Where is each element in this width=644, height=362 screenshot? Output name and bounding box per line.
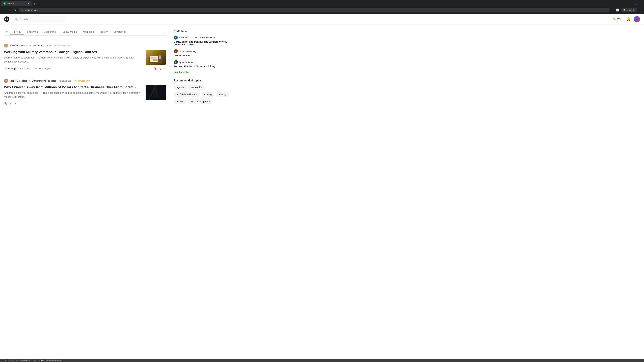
tab-close-button[interactable]: ✕ — [28, 2, 30, 5]
logo-circle — [4, 16, 10, 22]
tab-marketing[interactable]: Marketing — [80, 29, 96, 35]
tab-following[interactable]: Following — [25, 29, 40, 35]
topic-chip-humor[interactable]: Humor — [174, 99, 186, 104]
topic-chip-python[interactable]: Python — [174, 85, 186, 90]
browser-menu-icon[interactable]: ⋮ — [639, 8, 642, 11]
selected-badge-1: Selected for you — [35, 67, 51, 70]
publication-name-1[interactable]: EduCreate — [32, 44, 42, 47]
article-actions-1: 🔖 ⊖ ··· — [154, 67, 166, 70]
article-tag-1[interactable]: Pedagogy — [4, 67, 18, 70]
staff-pick-3: Q Quentin Septer Zen and the Art of Moun… — [174, 60, 231, 68]
avatar[interactable] — [634, 16, 640, 22]
publication-name-2[interactable]: Entrepreneur's Handbook — [32, 80, 56, 82]
feed-area: + For you Following Leadership Social Me… — [4, 28, 166, 109]
pick-avatar-2: J — [174, 49, 178, 53]
article-footer-2: 🔖 ⊖ ··· — [4, 102, 166, 105]
topic-chip-ai[interactable]: Artificial Intelligence — [174, 92, 200, 97]
write-button[interactable]: ✏️ Write — [613, 17, 623, 21]
svg-point-17 — [154, 88, 157, 91]
author-name-2[interactable]: Rachel Greenberg — [10, 80, 27, 82]
author-name-1[interactable]: Amy Lynn Hess — [10, 44, 25, 47]
article-text-1: Working with Military Veterans in Colleg… — [4, 50, 142, 64]
medium-logo[interactable] — [4, 16, 10, 22]
extensions-icon[interactable]: ⬜ — [616, 8, 619, 11]
bookmark-star-icon[interactable]: ☆ — [612, 8, 614, 11]
less-like-button-2[interactable]: ⊖ — [10, 102, 12, 105]
forward-button[interactable]: → — [8, 8, 12, 12]
see-full-list-link[interactable]: See the full list — [174, 71, 231, 74]
browser-tab-medium[interactable]: M Medium ✕ — [1, 1, 32, 6]
bookmark-button-2[interactable]: 🔖 — [4, 102, 8, 105]
pick-title-3[interactable]: Zen and the Art of Mountain Biking — [174, 65, 231, 68]
svg-rect-20 — [156, 91, 158, 92]
more-options-button-2[interactable]: ··· — [14, 102, 16, 105]
tabs-scroll-right[interactable]: › — [162, 29, 166, 35]
member-badge-1: ✦ Member-only — [55, 44, 70, 47]
pick-author-2: J Joan Westenberg — [174, 49, 231, 53]
medium-app: 🔍 ✏️ Write 🔔 + For you Following — [0, 14, 644, 109]
article-date-2: 4 hours ago — [60, 80, 71, 82]
staff-pick-1: W Wikimedia in Down the Rabbit Hole Bird… — [174, 35, 231, 46]
article-excerpt-2: And three signs you should too. — Busine… — [4, 91, 142, 99]
pencil-icon: ✏️ — [613, 17, 616, 21]
incognito-badge: 🕵 Incognito — [621, 8, 637, 12]
staff-picks-title: Staff Picks — [174, 30, 231, 33]
close-window-button[interactable]: ✕ — [641, 4, 643, 6]
reload-button[interactable]: ↻ — [14, 8, 17, 12]
header-right-actions: ✏️ Write 🔔 — [613, 16, 640, 22]
maximize-button[interactable]: □ — [636, 4, 637, 6]
article-footer-1: Pedagogy 6 min read · Selected for you 🔖… — [4, 67, 166, 70]
pick-title-1[interactable]: Birds, bugs, and beauty: The winners of … — [174, 40, 231, 46]
less-like-button-1[interactable]: ⊖ — [159, 67, 162, 70]
pick-author-name-1: Wikimedia — [179, 36, 189, 39]
search-bar[interactable]: 🔍 — [12, 16, 66, 22]
article-thumbnail-2 — [146, 85, 166, 100]
article-body-2: Why I Walked Away from Millions of Dolla… — [4, 85, 166, 100]
search-input[interactable] — [20, 17, 63, 20]
article-card-2: R Rachel Greenberg in Entrepreneur's Han… — [4, 75, 166, 109]
member-badge-2: ✦ Member-only — [74, 80, 90, 82]
svg-point-3 — [7, 18, 8, 20]
star-icon-1: ✦ — [55, 44, 56, 47]
article-text-2: Why I Walked Away from Millions of Dolla… — [4, 85, 142, 99]
add-topic-button[interactable]: + — [4, 28, 10, 35]
back-button[interactable]: ← — [2, 8, 6, 12]
pick-avatar-1: W — [174, 35, 178, 39]
notifications-button[interactable]: 🔔 — [626, 17, 630, 21]
medium-header: 🔍 ✏️ Write 🔔 — [0, 14, 644, 24]
sidebar: Staff Picks W Wikimedia in Down the Rabb… — [174, 28, 231, 109]
browser-addressbar: ← → ↻ 🔒 medium.com ☆ ⬜ 🕵 Incognito ⋮ — [0, 6, 644, 14]
topic-chip-history[interactable]: History — [216, 92, 229, 97]
rec-topics-title: Recommended topics — [174, 79, 231, 82]
tab-favicon: M — [3, 2, 6, 5]
article-card-1: A Amy Lynn Hess ✔ in EduCreate · Dec 8 ·… — [4, 39, 166, 75]
browser-chrome: M Medium ✕ + ─ □ ✕ ← → ↻ 🔒 medium.com ☆ … — [0, 0, 644, 14]
svg-point-12 — [153, 59, 158, 61]
topic-chip-webdev[interactable]: Web Development — [188, 99, 212, 104]
incognito-icon: 🕵 — [623, 9, 626, 11]
svg-point-23 — [152, 98, 159, 99]
minimize-button[interactable]: ─ — [631, 4, 632, 6]
tab-history[interactable]: History — [97, 29, 110, 35]
topic-chip-coding[interactable]: Coding — [202, 92, 214, 97]
topic-chip-javascript[interactable]: JavaScript — [188, 85, 204, 90]
url-display: medium.com — [25, 9, 607, 11]
star-icon-2: ✦ — [74, 80, 76, 82]
pick-title-2[interactable]: Get in the Van. — [174, 54, 231, 57]
address-bar[interactable]: 🔒 medium.com — [18, 8, 610, 12]
tab-for-you[interactable]: For you — [10, 29, 24, 35]
pick-author-name-3: Quentin Septer — [179, 61, 194, 63]
article-title-1[interactable]: Working with Military Veterans in Colleg… — [4, 50, 142, 54]
incognito-label: Incognito — [627, 9, 636, 11]
tab-javascript[interactable]: JavaScript — [111, 29, 128, 35]
browser-tab-bar: M Medium ✕ + ─ □ ✕ — [0, 0, 644, 6]
tab-social-media[interactable]: Social Media — [60, 29, 80, 35]
svg-rect-21 — [154, 95, 155, 98]
more-options-button-1[interactable]: ··· — [164, 67, 166, 70]
read-time-1: 6 min read — [20, 67, 30, 70]
new-tab-button[interactable]: + — [32, 1, 37, 6]
article-body-1: Working with Military Veterans in Colleg… — [4, 50, 166, 65]
tab-leadership[interactable]: Leadership — [41, 29, 59, 35]
article-title-2[interactable]: Why I Walked Away from Millions of Dolla… — [4, 85, 142, 89]
bookmark-button-1[interactable]: 🔖 — [154, 67, 157, 70]
